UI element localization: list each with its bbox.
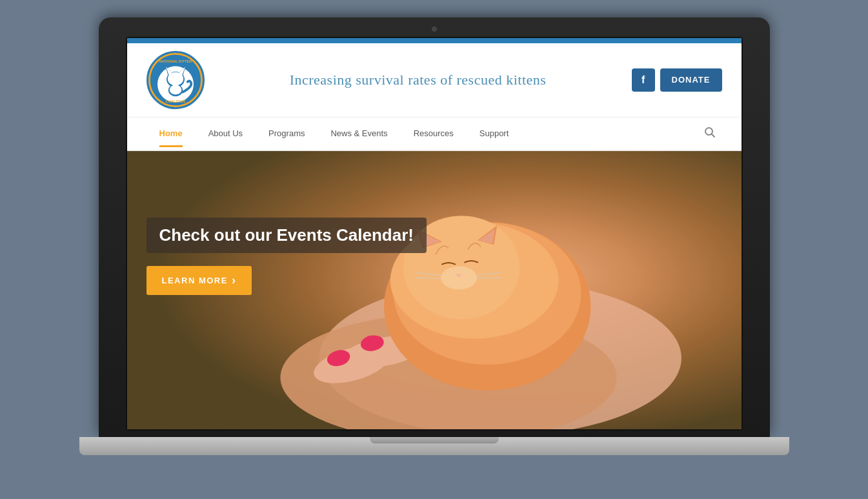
- nav-item-news[interactable]: News & Events: [318, 119, 400, 147]
- hero-headline: Check out our Events Calendar!: [146, 218, 427, 253]
- svg-point-9: [167, 72, 183, 85]
- top-bar: [127, 38, 742, 43]
- hero-section: Check out our Events Calendar! LEARN MOR…: [127, 151, 742, 429]
- learn-more-button[interactable]: LEARN MORE: [146, 266, 252, 295]
- laptop-notch: [370, 437, 499, 443]
- nav-item-resources[interactable]: Resources: [401, 119, 467, 147]
- donate-button[interactable]: DONATE: [660, 68, 722, 92]
- laptop-screen: NATIONAL KITTEN COALITION Increasing sur…: [126, 37, 743, 431]
- nav-item-support[interactable]: Support: [467, 119, 522, 147]
- nav-item-home[interactable]: Home: [146, 119, 196, 147]
- laptop-base: [79, 437, 789, 455]
- svg-line-14: [711, 134, 714, 137]
- svg-point-10: [169, 85, 181, 94]
- nav-item-programs[interactable]: Programs: [256, 119, 318, 147]
- website: NATIONAL KITTEN COALITION Increasing sur…: [127, 38, 742, 429]
- main-nav: Home About Us Programs News & Events Res…: [127, 117, 742, 151]
- laptop-lid: NATIONAL KITTEN COALITION Increasing sur…: [99, 17, 770, 437]
- svg-point-30: [441, 266, 477, 289]
- hero-overlay: Check out our Events Calendar! LEARN MOR…: [146, 218, 427, 295]
- facebook-button[interactable]: f: [632, 68, 655, 92]
- laptop-shell: NATIONAL KITTEN COALITION Increasing sur…: [99, 17, 770, 482]
- svg-text:NATIONAL KITTEN: NATIONAL KITTEN: [159, 59, 191, 63]
- svg-text:COALITION: COALITION: [165, 99, 185, 103]
- site-header: NATIONAL KITTEN COALITION Increasing sur…: [127, 43, 742, 117]
- logo: NATIONAL KITTEN COALITION: [146, 51, 205, 109]
- logo-svg: NATIONAL KITTEN COALITION: [146, 53, 205, 107]
- logo-area: NATIONAL KITTEN COALITION: [146, 51, 205, 109]
- logo-inner: NATIONAL KITTEN COALITION: [148, 53, 203, 107]
- laptop-camera: [432, 26, 437, 32]
- search-icon[interactable]: [698, 117, 722, 150]
- nav-item-about[interactable]: About Us: [196, 119, 256, 147]
- header-actions: f DONATE: [632, 68, 722, 92]
- site-tagline: Increasing survival rates of rescued kit…: [217, 72, 619, 88]
